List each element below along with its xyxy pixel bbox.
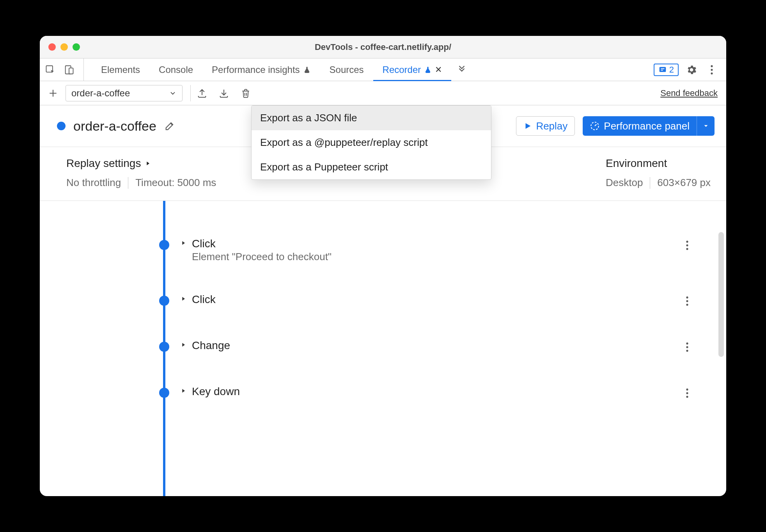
step-body: Click Element "Proceed to checkout" — [192, 238, 683, 263]
tab-label: Console — [159, 64, 193, 75]
tab-console[interactable]: Console — [149, 59, 202, 81]
environment-viewport: 603×679 px — [657, 177, 711, 189]
replay-label: Replay — [536, 120, 567, 132]
timeline-wrap: Click Element "Proceed to checkout" Clic… — [40, 201, 726, 496]
devtools-tabbar: Elements Console Performance insights So… — [40, 59, 726, 81]
tab-performance-insights[interactable]: Performance insights — [202, 59, 320, 81]
step-subtitle: Element "Proceed to checkout" — [192, 251, 683, 263]
svg-point-10 — [686, 248, 688, 250]
performance-panel-button[interactable]: Performance panel — [583, 116, 715, 136]
svg-point-16 — [686, 350, 688, 352]
send-feedback-link[interactable]: Send feedback — [660, 88, 721, 98]
caret-down-icon — [702, 122, 709, 129]
window-close[interactable] — [48, 43, 56, 51]
flask-icon — [303, 66, 311, 74]
export-menu: Export as a JSON file Export as a @puppe… — [251, 105, 491, 180]
settings-gear-icon[interactable] — [684, 62, 699, 77]
environment-settings: Environment Desktop 603×679 px — [606, 157, 711, 189]
gauge-icon — [590, 121, 600, 131]
environment-heading: Environment — [606, 157, 711, 170]
svg-point-8 — [686, 241, 688, 243]
tab-sources[interactable]: Sources — [320, 59, 373, 81]
tab-elements[interactable]: Elements — [92, 59, 149, 81]
play-icon — [523, 122, 532, 130]
divider — [650, 177, 650, 189]
delete-button[interactable] — [238, 86, 253, 101]
svg-point-18 — [686, 392, 688, 394]
kebab-menu-icon[interactable] — [704, 62, 719, 77]
step-kebab-menu[interactable] — [683, 238, 691, 253]
export-puppeteer-item[interactable]: Export as a Puppeteer script — [252, 155, 491, 179]
flask-icon — [424, 66, 432, 74]
tab-label: Performance insights — [212, 64, 300, 75]
import-button[interactable] — [216, 86, 231, 101]
issues-icon — [658, 66, 667, 74]
recorder-main: Export as a JSON file Export as a @puppe… — [40, 105, 726, 496]
new-recording-button[interactable] — [45, 85, 61, 101]
timeline: Click Element "Proceed to checkout" Clic… — [40, 201, 726, 496]
step-body: Click — [192, 293, 683, 306]
throttling-value: No throttling — [66, 177, 121, 189]
step-kebab-menu[interactable] — [683, 293, 691, 309]
more-tabs-icon[interactable] — [454, 62, 469, 77]
export-button[interactable] — [195, 86, 209, 101]
window-title: DevTools - coffee-cart.netlify.app/ — [40, 42, 726, 52]
replay-settings-heading: Replay settings — [66, 157, 141, 170]
export-json-item[interactable]: Export as a JSON file — [252, 106, 491, 130]
step-title: Key down — [192, 385, 683, 398]
titlebar: DevTools - coffee-cart.netlify.app/ — [40, 36, 726, 59]
tab-recorder[interactable]: Recorder ✕ — [373, 59, 452, 81]
timeline-step[interactable]: Click — [40, 284, 703, 318]
divider — [128, 177, 128, 189]
step-title: Click — [192, 293, 683, 306]
tabbar-left-icons — [43, 59, 84, 81]
caret-right-icon — [180, 388, 186, 394]
tab-label: Sources — [330, 64, 364, 75]
svg-point-6 — [711, 72, 713, 74]
timeline-step[interactable]: Key down — [40, 376, 703, 410]
step-dot — [159, 342, 169, 352]
recording-title: order-a-coffee — [73, 119, 156, 134]
caret-right-icon — [145, 160, 151, 167]
recording-indicator-dot — [57, 122, 66, 130]
step-body: Change — [192, 339, 683, 352]
timeout-value: Timeout: 5000 ms — [135, 177, 216, 189]
tab-label: Elements — [101, 64, 140, 75]
caret-right-icon — [180, 240, 186, 246]
caret-right-icon — [180, 296, 186, 302]
step-kebab-menu[interactable] — [683, 385, 691, 401]
timeline-step[interactable]: Change — [40, 330, 703, 364]
tabs: Elements Console Performance insights So… — [84, 59, 654, 81]
svg-point-17 — [686, 388, 688, 390]
edit-recording-name-icon[interactable] — [164, 121, 175, 131]
tabbar-right: 2 — [654, 62, 723, 77]
window-minimize[interactable] — [60, 43, 68, 51]
replay-button[interactable]: Replay — [516, 116, 575, 136]
performance-panel-dropdown[interactable] — [697, 116, 715, 136]
svg-point-13 — [686, 304, 688, 306]
svg-point-19 — [686, 396, 688, 398]
svg-point-12 — [686, 300, 688, 302]
device-toolbar-icon[interactable] — [62, 62, 76, 77]
svg-point-9 — [686, 244, 688, 246]
inspect-element-icon[interactable] — [43, 62, 58, 77]
devtools-window: DevTools - coffee-cart.netlify.app/ Elem… — [40, 36, 726, 496]
performance-panel-main[interactable]: Performance panel — [583, 120, 697, 132]
traffic-lights — [40, 43, 80, 51]
performance-panel-label: Performance panel — [604, 120, 690, 132]
toolbar-actions — [190, 85, 253, 101]
issues-badge[interactable]: 2 — [654, 64, 679, 76]
step-title: Click — [192, 238, 683, 250]
step-title: Change — [192, 339, 683, 352]
export-puppeteer-replay-item[interactable]: Export as a @puppeteer/replay script — [252, 130, 491, 155]
step-dot — [159, 388, 169, 398]
timeline-step[interactable]: Click Element "Proceed to checkout" — [40, 228, 703, 272]
close-tab-icon[interactable]: ✕ — [435, 65, 442, 75]
recording-select[interactable]: order-a-coffee — [66, 85, 183, 101]
svg-point-4 — [711, 65, 713, 67]
window-maximize[interactable] — [73, 43, 80, 51]
svg-point-14 — [686, 342, 688, 344]
scrollbar[interactable] — [718, 232, 724, 357]
step-kebab-menu[interactable] — [683, 339, 691, 355]
environment-device: Desktop — [606, 177, 643, 189]
